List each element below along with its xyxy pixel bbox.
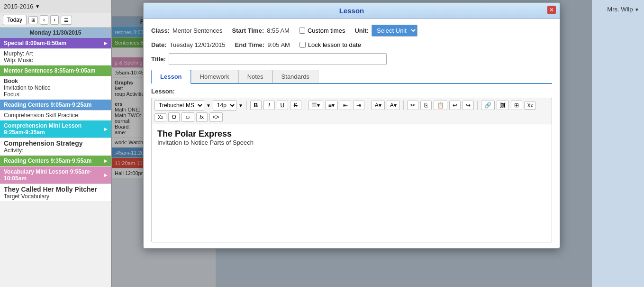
editor-tabs: Lesson Homework Notes Standards — [151, 70, 552, 84]
editor-sub-text: Invitation to Notice Parts of Speech — [157, 139, 546, 146]
sidebar-date: Monday 11/30/2015 — [0, 28, 111, 38]
reading-centers-2-label: Reading Centers 9:35am-9:55am — [4, 157, 91, 164]
modal-close-button[interactable]: ✕ — [547, 6, 556, 14]
comp-mini-content: Comprehension Strategy Activity: — [0, 138, 111, 156]
font-select[interactable]: Trebuchet MS — [154, 100, 204, 111]
teacher-name: Mrs. Wilp — [607, 6, 633, 13]
sidebar-nav: Today ⊞ ‹ › ☰ — [0, 13, 111, 28]
omega-button[interactable]: Ω — [168, 112, 180, 122]
date-label: Date: — [151, 41, 167, 48]
modal-title: Lesson — [339, 7, 364, 15]
book-title: Book — [4, 78, 107, 84]
source-button[interactable]: <> — [209, 112, 223, 122]
image-button[interactable]: 🖼 — [497, 101, 509, 110]
sep-3 — [368, 101, 368, 110]
title-input[interactable] — [169, 53, 387, 65]
modal-body: Class: Mentor Sentences Start Time: 8:55… — [144, 19, 560, 248]
clear-format-button[interactable]: Ix — [196, 112, 208, 122]
emoji-button[interactable]: ☺ — [181, 112, 194, 122]
italic-button[interactable]: I — [263, 101, 275, 110]
ordered-list-button[interactable]: ≡▾ — [325, 101, 338, 110]
end-time-label: End Time: — [235, 41, 265, 48]
editor-toolbar: Trebuchet MS ▼ 14pt ▼ B I U S ☰▾ — [151, 98, 552, 124]
target-vocab: Target Vocabulary — [4, 193, 107, 200]
activity-label: Activity: — [4, 147, 107, 154]
tab-standards[interactable]: Standards — [272, 70, 318, 83]
comp-mini-block: Comprehension Mini Lesson 9:25am-9:35am … — [0, 120, 111, 138]
unordered-list-button[interactable]: ☰▾ — [308, 101, 323, 110]
superscript-button[interactable]: X2 — [154, 113, 166, 121]
special-expand-icon[interactable]: ▸ — [104, 40, 107, 46]
comp-strategy: Comprehension Strategy — [4, 139, 107, 147]
outdent-button[interactable]: ⇤ — [340, 101, 351, 110]
today-button[interactable]: Today — [3, 15, 27, 25]
unit-group: Unit: Select Unit — [354, 25, 417, 37]
modal-header: Lesson ✕ — [144, 3, 560, 19]
mini-calendar-icon: ⊞ — [28, 16, 38, 24]
tab-notes[interactable]: Notes — [238, 70, 272, 83]
lock-lesson-group: Lock lesson to date — [299, 41, 361, 48]
size-select[interactable]: 14pt — [213, 100, 236, 111]
start-time-label: Start Time: — [232, 27, 264, 34]
custom-times-group: Custom times — [299, 27, 345, 34]
copy-button[interactable]: ⎘ — [420, 101, 432, 110]
unit-select[interactable]: Select Unit — [372, 25, 417, 37]
subscript-button[interactable]: X2 — [524, 102, 536, 110]
teacher-name-container: Mrs. Wilp ▼ — [607, 6, 639, 13]
title-group: Title: — [151, 53, 387, 65]
sep-2 — [305, 101, 305, 110]
reading-centers-1-content: Comprehension Skill Practice: — [0, 111, 111, 120]
redo-button[interactable]: ↪ — [463, 101, 474, 110]
lock-lesson-checkbox[interactable] — [299, 42, 306, 48]
font-color-button[interactable]: A▾ — [372, 101, 385, 110]
vocab-mini-block: Vocabulary Mini Lesson 9:55am-10:05am ▸ — [0, 167, 111, 184]
prev-button[interactable]: ‹ — [40, 15, 48, 25]
bg-color-button[interactable]: A▾ — [387, 101, 400, 110]
special-label: Special 8:00am-8:50am — [4, 40, 66, 46]
date-group: Date: Tuesday 12/01/2015 — [151, 41, 226, 48]
tab-homework[interactable]: Homework — [191, 70, 238, 83]
class-group: Class: Mentor Sentences — [151, 27, 223, 34]
reading-centers-1-block: Reading Centers 9:05am-9:25am — [0, 100, 111, 111]
indent-button[interactable]: ⇥ — [353, 101, 364, 110]
size-dropdown-icon[interactable]: ▼ — [238, 103, 243, 108]
editor-content-area[interactable]: The Polar Express Invitation to Notice P… — [151, 124, 552, 242]
comp-mini-label: Comprehension Mini Lesson 9:25am-9:35am — [4, 122, 104, 136]
strikethrough-button[interactable]: S — [290, 101, 301, 110]
field-row-3: Title: — [151, 53, 552, 65]
title-label: Title: — [151, 56, 166, 63]
reading-centers-2-block: Reading Centers 9:35am-9:55am ▸ — [0, 156, 111, 167]
class-label: Class: — [151, 27, 170, 34]
grid-button[interactable]: ☰ — [61, 16, 72, 25]
next-button[interactable]: › — [50, 15, 59, 25]
teacher-dropdown-icon[interactable]: ▼ — [635, 7, 639, 12]
tab-lesson[interactable]: Lesson — [151, 70, 191, 84]
cut-button[interactable]: ✂ — [407, 101, 418, 110]
vocab-mini-icon[interactable]: ▸ — [104, 172, 107, 178]
custom-times-checkbox[interactable] — [299, 28, 305, 34]
custom-times-label: Custom times — [308, 27, 345, 34]
comprehension-skill: Comprehension Skill Practice: — [4, 112, 107, 119]
end-time-group: End Time: 9:05 AM — [235, 41, 290, 48]
editor-label: Lesson: — [151, 88, 552, 95]
paste-button[interactable]: 📋 — [434, 101, 447, 110]
table-button[interactable]: ⊞ — [511, 101, 522, 110]
year-label[interactable]: 2015-2016 — [4, 3, 33, 10]
year-dropdown-icon[interactable]: ▼ — [35, 4, 40, 9]
underline-button[interactable]: U — [277, 101, 288, 110]
bold-button[interactable]: B — [250, 101, 262, 110]
start-time-value: 8:55 AM — [267, 27, 290, 34]
vocab-mini-label: Vocabulary Mini Lesson 9:55am-10:05am — [4, 168, 104, 182]
undo-button[interactable]: ↩ — [449, 101, 461, 110]
special-block: Special 8:00am-8:50am ▸ — [0, 38, 111, 49]
field-row-1: Class: Mentor Sentences Start Time: 8:55… — [151, 25, 552, 37]
font-dropdown-icon[interactable]: ▼ — [206, 103, 211, 108]
comp-mini-expand-icon[interactable]: ▸ — [104, 126, 107, 132]
reading-centers-2-icon[interactable]: ▸ — [104, 157, 107, 164]
link-button[interactable]: 🔗 — [481, 101, 495, 110]
lock-lesson-label: Lock lesson to date — [308, 41, 361, 48]
molly-pitcher: They Called Her Molly Pitcher — [4, 185, 107, 193]
mentor-sentences-block: Mentor Sentences 8:55am-9:05am — [0, 65, 111, 76]
invitation-notice: Invitation to Notice — [4, 84, 107, 91]
sep-1 — [246, 101, 247, 110]
